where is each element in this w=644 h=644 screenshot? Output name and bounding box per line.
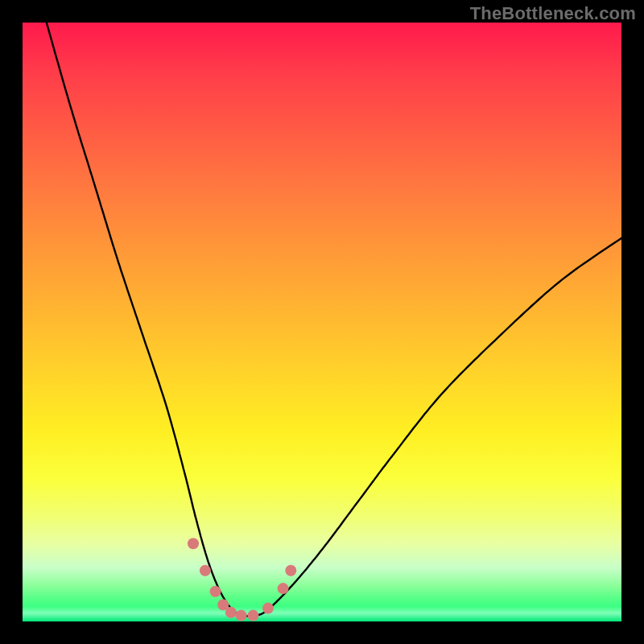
- highlight-marker: [225, 607, 237, 618]
- highlight-marker: [210, 586, 221, 597]
- highlight-marker: [188, 538, 199, 549]
- highlight-marker: [262, 603, 274, 614]
- chart-area: [23, 23, 621, 621]
- chart-svg: [23, 23, 621, 621]
- highlight-marker: [285, 565, 296, 576]
- highlight-marker: [236, 610, 247, 621]
- watermark-text: TheBottleneck.com: [470, 3, 636, 24]
- bottleneck-curve: [47, 23, 621, 617]
- highlight-marker: [200, 565, 211, 576]
- highlight-marker: [247, 610, 258, 621]
- highlight-marker: [278, 583, 289, 594]
